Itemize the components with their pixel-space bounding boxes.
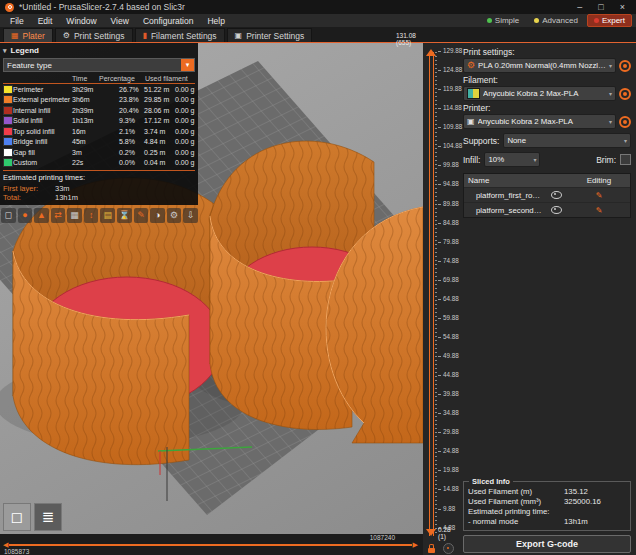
feature-time: 1h13m bbox=[72, 117, 98, 124]
remove-instance-icon[interactable]: ▲ bbox=[34, 208, 49, 223]
feature-time: 3m bbox=[72, 149, 98, 156]
editor-view-button[interactable]: ◻ bbox=[3, 503, 31, 531]
feature-used-g: 0.00 g bbox=[175, 96, 195, 103]
tab[interactable]: ▮ Filament Settings bbox=[135, 28, 225, 42]
split-sphere-icon[interactable]: ◑ bbox=[150, 208, 165, 223]
cube-icon[interactable]: ◻ bbox=[1, 208, 16, 223]
seam-pen-icon[interactable]: ✎ bbox=[134, 208, 149, 223]
object-name: platform_first_roof.stl bbox=[464, 191, 544, 200]
scale-icon[interactable]: ↕ bbox=[84, 208, 99, 223]
menu-item[interactable]: Window bbox=[59, 16, 103, 26]
edit-pencil-icon[interactable]: ✎ bbox=[568, 206, 630, 215]
edit-printer-icon[interactable] bbox=[619, 116, 631, 128]
object-row[interactable]: platform_first_roof.stl ✎ bbox=[464, 187, 630, 202]
gear-icon[interactable]: ⚙ bbox=[167, 208, 182, 223]
feature-percent: 5.8% bbox=[119, 138, 144, 145]
menu-item[interactable]: Edit bbox=[31, 16, 60, 26]
ruler-tick-label: 99.88 bbox=[438, 162, 462, 168]
slider-rail[interactable] bbox=[9, 544, 411, 546]
feature-used-m: 4.84 m bbox=[144, 138, 175, 145]
feature-percent: 23.8% bbox=[119, 96, 144, 103]
sliced-info-row: Used Filament (m) 135.12 bbox=[468, 487, 626, 497]
mode-dot-icon bbox=[594, 18, 599, 23]
slider-options-gear-icon[interactable] bbox=[443, 543, 454, 554]
layer-slider-top-handle[interactable] bbox=[426, 44, 436, 56]
supports-value: None bbox=[507, 136, 621, 145]
export-gcode-button[interactable]: Export G-code bbox=[463, 535, 631, 553]
brim-checkbox[interactable] bbox=[620, 154, 631, 165]
sliced-info-value: 135.12 bbox=[564, 487, 626, 497]
layer-ruler: 129.88124.88119.88114.88109.88104.8899.8… bbox=[438, 48, 462, 531]
preview-view-button[interactable]: ≣ bbox=[34, 503, 62, 531]
chevron-down-icon: ▾ bbox=[624, 137, 627, 144]
supports-label: Supports: bbox=[463, 136, 499, 146]
layer-slider-bottom-handle[interactable] bbox=[426, 529, 436, 541]
sliced-info-label: Used Filament (m) bbox=[468, 487, 564, 497]
grid-icon[interactable]: ▦ bbox=[67, 208, 82, 223]
mode-button[interactable]: Advanced bbox=[528, 15, 584, 26]
feature-percent: 9.3% bbox=[119, 117, 144, 124]
lock-icon[interactable] bbox=[428, 548, 435, 553]
mode-button[interactable]: Simple bbox=[481, 15, 525, 26]
feature-label: Custom bbox=[13, 159, 72, 166]
add-instance-icon[interactable]: ● bbox=[18, 208, 33, 223]
feature-time: 3h6m bbox=[72, 96, 98, 103]
viewport-3d-scene[interactable]: ▾ Legend Feature type ▾ Time Percentage … bbox=[0, 43, 423, 534]
tab-label: Filament Settings bbox=[151, 31, 217, 41]
place-on-bed-icon[interactable]: ⇩ bbox=[183, 208, 198, 223]
menu-bar: FileEditWindowViewConfigurationHelp Simp… bbox=[0, 14, 636, 27]
edit-filament-icon[interactable] bbox=[619, 88, 631, 100]
tab[interactable]: ▣ Printer Settings bbox=[227, 28, 313, 42]
total-time-value: 13h1m bbox=[55, 193, 195, 202]
filament-value: Anycubic Kobra 2 Max-PLA bbox=[483, 89, 606, 98]
printer-value: Anycubic Kobra 2 Max-PLA bbox=[478, 117, 606, 126]
edit-pencil-icon[interactable]: ✎ bbox=[568, 191, 630, 200]
feature-percent: 20.4% bbox=[119, 107, 144, 114]
dropdown-arrow-icon[interactable]: ▾ bbox=[181, 59, 194, 71]
ruler-tick-label: 44.88 bbox=[438, 372, 462, 378]
layer-slider-track[interactable] bbox=[429, 52, 434, 536]
printer-select[interactable]: ▣ Anycubic Kobra 2 Max-PLA ▾ bbox=[463, 114, 616, 129]
menu-item[interactable]: View bbox=[104, 16, 136, 26]
layer-slider[interactable] bbox=[426, 45, 436, 536]
filament-spool-icon: ▮ bbox=[143, 32, 147, 40]
eye-icon[interactable] bbox=[551, 206, 562, 214]
edit-print-settings-icon[interactable] bbox=[619, 60, 631, 72]
ruler-tick-label: 129.88 bbox=[438, 48, 462, 54]
feature-used-m: 3.74 m bbox=[144, 128, 175, 135]
feature-time: 3h29m bbox=[72, 86, 98, 93]
infill-select[interactable]: 10% ▾ bbox=[484, 152, 540, 167]
supports-select[interactable]: None ▾ bbox=[503, 133, 631, 148]
hourglass-icon[interactable]: ⌛ bbox=[117, 208, 132, 223]
collapse-arrow-icon[interactable]: ▾ bbox=[3, 47, 7, 55]
feature-percent: 2.1% bbox=[119, 128, 144, 135]
feature-used-m: 28.06 m bbox=[144, 107, 175, 114]
object-row[interactable]: platform_second_roof.stl ✎ bbox=[464, 202, 630, 217]
print-settings-value: PLA 0.20mm Normal(0.4mm Nozzle) (modifie… bbox=[478, 61, 606, 70]
legend-row: Top solid infill 16m 2.1% 3.74 m 0.00 g bbox=[3, 126, 195, 137]
menu-item[interactable]: Configuration bbox=[136, 16, 201, 26]
ruler-tick-label: 89.88 bbox=[438, 201, 462, 207]
arrange-icon[interactable]: ⇄ bbox=[51, 208, 66, 223]
tab[interactable]: ⚙ Print Settings bbox=[55, 28, 133, 42]
close-button[interactable]: × bbox=[620, 2, 625, 12]
sliced-info-label: - normal mode bbox=[468, 517, 564, 527]
feature-label: Top solid infill bbox=[13, 128, 72, 135]
gcode-move-slider[interactable]: 1087240 ◀ ▶ 1085873 bbox=[0, 534, 423, 555]
ruler-tick-label: 64.88 bbox=[438, 296, 462, 302]
view-type-select[interactable]: Feature type ▾ bbox=[3, 58, 195, 72]
menu-item[interactable]: File bbox=[3, 16, 31, 26]
tab[interactable]: ▦ Plater bbox=[3, 28, 53, 42]
mode-button[interactable]: Expert bbox=[587, 14, 632, 27]
minimize-button[interactable]: – bbox=[577, 2, 582, 12]
filament-select[interactable]: Anycubic Kobra 2 Max-PLA ▾ bbox=[463, 86, 616, 101]
menu-item[interactable]: Help bbox=[200, 16, 231, 26]
chevron-down-icon: ▾ bbox=[609, 62, 612, 69]
feature-used-g: 0.00 g bbox=[175, 107, 195, 114]
print-settings-select[interactable]: ⚙ PLA 0.20mm Normal(0.4mm Nozzle) (modif… bbox=[463, 58, 616, 73]
maximize-button[interactable]: □ bbox=[598, 2, 603, 12]
first-layer-value: 33m bbox=[55, 184, 195, 193]
layers-color-icon[interactable]: ▤ bbox=[100, 208, 115, 223]
slider-right-arrow-icon[interactable]: ▶ bbox=[413, 542, 418, 548]
eye-icon[interactable] bbox=[551, 191, 562, 199]
